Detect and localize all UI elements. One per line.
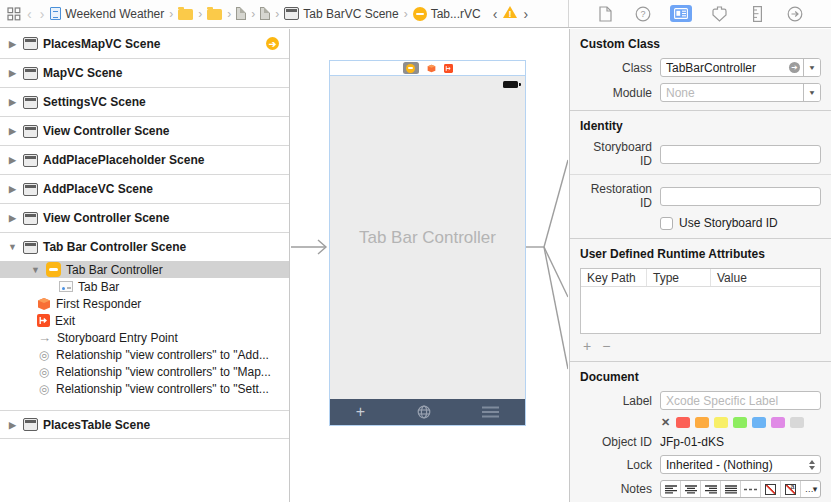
restoration-id-field[interactable] xyxy=(660,187,821,206)
sidebar-item-placesmapvc-scene[interactable]: PlacesMapVC Scene xyxy=(0,29,289,58)
align-right-icon[interactable] xyxy=(701,481,721,497)
breadcrumb-separator-icon: › xyxy=(274,7,280,21)
color-swatch-red[interactable] xyxy=(676,417,690,428)
color-swatch-green[interactable] xyxy=(733,417,747,428)
lock-popup-button[interactable]: Inherited - (Nothing) xyxy=(660,455,821,474)
sidebar-item-storyboard-entry-point[interactable]: Storyboard Entry Point xyxy=(0,329,289,346)
table-header: Key Path Type Value xyxy=(581,269,820,287)
storyboard-canvas[interactable]: Tab Bar Controller + xyxy=(291,29,568,502)
sidebar-item-relationship-settings[interactable]: Relationship "view controllers" to "Sett… xyxy=(0,380,289,397)
file-inspector-icon[interactable] xyxy=(594,5,616,22)
no-color-icon[interactable] xyxy=(660,416,671,429)
align-left-icon[interactable] xyxy=(661,481,681,497)
breadcrumb-separator-icon: › xyxy=(226,7,232,21)
first-responder-dock-icon[interactable] xyxy=(427,64,436,73)
color-swatch-gray[interactable] xyxy=(790,417,804,428)
disclosure-triangle-icon[interactable] xyxy=(7,420,18,430)
xcode-label-input[interactable] xyxy=(666,394,820,408)
module-combo-field[interactable] xyxy=(660,83,821,102)
align-justify-icon[interactable] xyxy=(721,481,741,497)
related-items-icon[interactable] xyxy=(7,7,21,21)
disclosure-triangle-icon[interactable] xyxy=(7,97,18,107)
sidebar-item-relationship-map[interactable]: Relationship "view controllers" to "Map.… xyxy=(0,363,289,380)
quick-help-inspector-icon[interactable]: ? xyxy=(632,5,654,22)
runtime-attributes-table[interactable]: Key Path Type Value xyxy=(580,268,821,334)
back-chevron-icon[interactable]: ‹ xyxy=(25,7,34,21)
exit-dock-icon[interactable] xyxy=(444,64,453,73)
sidebar-item-relationship-add[interactable]: Relationship "view controllers" to "Add.… xyxy=(0,346,289,363)
identity-inspector-icon[interactable] xyxy=(670,5,692,22)
tab-bar-controller-dock-icon[interactable] xyxy=(403,62,419,74)
document-icon[interactable] xyxy=(260,7,270,20)
object-id-value: JFp-01-dKS xyxy=(660,435,724,449)
section-title: Identity xyxy=(580,119,821,133)
size-inspector-icon[interactable] xyxy=(746,5,768,22)
align-center-icon[interactable] xyxy=(681,481,701,497)
sidebar-item-addplaceplaceholder-scene[interactable]: AddPlacePlaceholder Scene xyxy=(0,145,289,174)
color-swatch-orange[interactable] xyxy=(695,417,709,428)
remove-attribute-button[interactable]: − xyxy=(602,339,610,353)
no-border-icon[interactable] xyxy=(761,481,781,497)
scene-view[interactable]: Tab Bar Controller xyxy=(330,76,525,399)
connections-inspector-icon[interactable] xyxy=(784,5,806,22)
section-title: Document xyxy=(580,370,821,384)
column-key-path: Key Path xyxy=(581,269,647,286)
breadcrumb-scene[interactable]: Tab BarVC Scene xyxy=(284,7,398,21)
disclosure-triangle-icon[interactable] xyxy=(7,126,18,136)
class-dropdown-chevron-icon[interactable] xyxy=(803,59,820,76)
sidebar-item-view-controller-scene-2[interactable]: View Controller Scene xyxy=(0,203,289,232)
view-controller-scene-icon xyxy=(23,418,38,431)
folder-icon[interactable] xyxy=(207,9,222,20)
previous-issue-chevron-icon[interactable]: ‹ xyxy=(491,7,500,21)
color-swatch-blue[interactable] xyxy=(752,417,766,428)
disclosure-triangle-icon[interactable] xyxy=(7,242,18,252)
sidebar-item-addplacevc-scene[interactable]: AddPlaceVC Scene xyxy=(0,174,289,203)
sidebar-item-exit[interactable]: Exit xyxy=(0,312,289,329)
disclosure-triangle-icon[interactable] xyxy=(30,265,41,275)
attributes-inspector-icon[interactable] xyxy=(708,5,730,22)
sidebar-item-first-responder[interactable]: First Responder xyxy=(0,295,289,312)
more-notes-icon[interactable] xyxy=(801,481,820,497)
disclosure-triangle-icon[interactable] xyxy=(7,155,18,165)
tab-bar-controller-scene[interactable]: Tab Bar Controller + xyxy=(329,60,526,426)
breadcrumb-project[interactable]: Weekend Weather xyxy=(50,7,164,21)
sidebar-item-view-controller-scene[interactable]: View Controller Scene xyxy=(0,116,289,145)
forward-chevron-icon[interactable]: › xyxy=(38,7,47,21)
breadcrumb-controller[interactable]: Tab...rVC xyxy=(413,7,481,21)
disclosure-triangle-icon[interactable] xyxy=(7,68,18,78)
folder-icon[interactable] xyxy=(178,9,193,20)
module-input[interactable] xyxy=(666,86,803,100)
document-icon[interactable] xyxy=(236,7,246,20)
class-combo-field[interactable] xyxy=(660,58,821,77)
add-attribute-button[interactable]: + xyxy=(583,339,591,353)
disclosure-triangle-icon[interactable] xyxy=(7,184,18,194)
disclosure-triangle-icon[interactable] xyxy=(7,213,18,223)
warning-icon[interactable]: ! xyxy=(502,5,518,22)
use-storyboard-id-checkbox[interactable] xyxy=(660,217,673,230)
dashes-icon[interactable] xyxy=(741,481,761,497)
column-type: Type xyxy=(647,269,711,286)
sidebar-item-tab-bar[interactable]: Tab Bar xyxy=(0,278,289,295)
item-label: Relationship "view controllers" to "Sett… xyxy=(56,382,269,396)
sidebar-item-mapvc-scene[interactable]: MapVC Scene xyxy=(0,58,289,87)
class-input[interactable] xyxy=(666,61,789,75)
color-swatch-yellow[interactable] xyxy=(714,417,728,428)
sidebar-item-settingsvc-scene[interactable]: SettingsVC Scene xyxy=(0,87,289,116)
table-body[interactable] xyxy=(581,287,820,333)
sidebar-item-tab-bar-controller[interactable]: Tab Bar Controller xyxy=(0,261,289,278)
restoration-id-input[interactable] xyxy=(666,189,820,203)
color-swatch-purple[interactable] xyxy=(771,417,785,428)
view-controller-scene-icon xyxy=(23,154,38,167)
sidebar-item-placestable-scene[interactable]: PlacesTable Scene xyxy=(0,410,289,439)
disclosure-triangle-icon[interactable] xyxy=(7,39,18,49)
entry-point-indicator-icon[interactable] xyxy=(266,37,279,50)
next-issue-chevron-icon[interactable]: › xyxy=(521,7,530,21)
scene-tab-bar[interactable]: + xyxy=(330,399,525,425)
storyboard-id-field[interactable] xyxy=(660,145,821,164)
xcode-label-field[interactable] xyxy=(660,391,821,410)
storyboard-id-input[interactable] xyxy=(666,147,820,161)
module-dropdown-chevron-icon[interactable] xyxy=(803,84,820,101)
sidebar-item-tab-bar-controller-scene[interactable]: Tab Bar Controller Scene xyxy=(0,232,289,261)
no-text-icon[interactable] xyxy=(781,481,801,497)
jump-to-class-icon[interactable] xyxy=(789,62,800,73)
